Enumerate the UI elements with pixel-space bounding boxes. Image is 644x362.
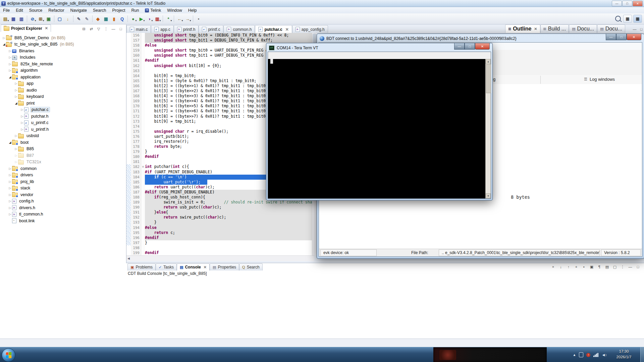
tree-item-B87[interactable]: ▷B87 xyxy=(14,152,35,159)
editor-tab-printf.c[interactable]: printf.c xyxy=(199,25,223,33)
tree-item-boot[interactable]: ◢boot xyxy=(8,139,30,145)
bdt-tab-log-windows[interactable]: ☰Log windows xyxy=(584,77,615,82)
tab-project-explorer[interactable]: Project Explorer✕ xyxy=(1,24,51,32)
expand-icon[interactable]: ◢ xyxy=(8,141,12,144)
build-active-icon[interactable]: ▣ xyxy=(45,15,52,22)
expand-icon[interactable]: ◢ xyxy=(8,75,12,79)
editor-horizontal-scrollbar[interactable]: ◀ xyxy=(126,255,314,261)
scroll-to-top-icon[interactable]: ↑ xyxy=(566,264,571,269)
menu-window[interactable]: Window xyxy=(164,7,185,13)
tree-item-u_printf.h[interactable]: ▷u_printf.h xyxy=(20,126,50,132)
run-icon[interactable]: ▶▼ xyxy=(138,15,145,22)
tree-item-proj_lib[interactable]: ▷proj_lib xyxy=(8,178,35,185)
tree-item-drivers.h[interactable]: ▷drivers.h xyxy=(8,204,36,211)
collapse-icon[interactable]: ▷ xyxy=(20,128,24,131)
open-console-icon[interactable]: ▢ xyxy=(612,264,618,269)
search-icon[interactable] xyxy=(614,15,622,22)
tt-maximize-button[interactable]: □ xyxy=(465,43,475,50)
close-button[interactable]: ✕ xyxy=(633,1,643,6)
security-icon[interactable]: ! xyxy=(586,353,590,357)
profile-icon[interactable]: ◑▼ xyxy=(146,15,153,22)
tab-Docu[interactable]: ▤Docu... xyxy=(569,24,597,33)
tree-item-app[interactable]: ▷app xyxy=(14,80,35,87)
editor-tab-app_config.h[interactable]: app_config.h xyxy=(292,25,328,33)
tree-item-stack[interactable]: ▷stack xyxy=(8,185,31,191)
tree-item-vendor[interactable]: ▷vendor xyxy=(8,191,34,198)
editor-tab-common.h[interactable]: common.h xyxy=(223,25,255,33)
word-wrap-icon[interactable]: ¶ xyxy=(597,264,602,269)
bdt-titlebar[interactable]: BDT connect to 1:usb#vid_248a&pid_826a#7… xyxy=(319,35,642,42)
hidden-icons-chevron[interactable]: ▲ xyxy=(573,353,576,357)
tab-Docu[interactable]: ▤Docu... xyxy=(597,24,625,33)
collapse-icon[interactable]: ▷ xyxy=(8,49,12,53)
link-with-editor-icon[interactable]: ⇄ xyxy=(89,26,94,32)
tree-item-u_printf.c[interactable]: ▷u_printf.c xyxy=(20,120,49,126)
maximize-icon[interactable]: □ xyxy=(635,264,641,269)
pin-editor-icon[interactable]: ▪ xyxy=(195,15,202,22)
build-all-icon[interactable]: ⊞▼ xyxy=(37,15,44,22)
menu-run[interactable]: Run xyxy=(128,7,142,13)
tree-item-common[interactable]: ▷common xyxy=(8,165,38,172)
collapse-icon[interactable]: ▷ xyxy=(14,160,18,164)
collapse-icon[interactable]: ▷ xyxy=(8,62,12,66)
terminal-screen[interactable] xyxy=(268,59,486,198)
tree-item-TC321x[interactable]: ▷TC321x xyxy=(14,159,42,165)
tree-item-B85[interactable]: ▷B85 xyxy=(14,146,35,152)
show-desktop-button[interactable] xyxy=(640,347,644,362)
collapse-icon[interactable]: ▷ xyxy=(8,173,12,177)
collapse-icon[interactable]: ▷ xyxy=(20,121,24,124)
bdt-minimize-button[interactable]: — xyxy=(606,34,616,40)
minimize-icon[interactable]: — xyxy=(628,264,633,269)
tree-item-usbstd[interactable]: ▷usbstd xyxy=(14,133,40,139)
tab-problems[interactable]: ▣Problems xyxy=(127,263,156,270)
coverage-icon[interactable]: ▥▼ xyxy=(154,15,161,22)
collapse-icon[interactable]: ▷ xyxy=(8,213,12,216)
editor-tab-putchar.c[interactable]: putchar.c✕ xyxy=(255,25,292,33)
tt-minimize-button[interactable]: — xyxy=(454,43,465,50)
menu-search[interactable]: Search xyxy=(90,7,109,13)
maximize-icon[interactable]: □ xyxy=(639,26,644,32)
collapse-icon[interactable]: ▷ xyxy=(20,108,24,111)
collapse-icon[interactable]: ▷ xyxy=(8,180,12,183)
burn-tool-icon[interactable]: ◆ xyxy=(94,15,102,22)
new-console-icon[interactable]: + xyxy=(574,264,579,269)
menu-source[interactable]: Source xyxy=(26,7,46,13)
tree-item-putchar.h[interactable]: ▷putchar.h xyxy=(20,113,49,119)
editor-tab-app.c[interactable]: app.c xyxy=(151,25,173,33)
editor-tab-main.c[interactable]: main.c xyxy=(126,25,151,33)
maximize-button[interactable]: □ xyxy=(622,1,632,6)
menu-navigate[interactable]: Navigate xyxy=(67,7,90,13)
start-button[interactable] xyxy=(2,348,15,362)
new-file-icon[interactable]: ▤▼ xyxy=(2,15,9,22)
skip-breakpoints-icon[interactable]: ⊘▼ xyxy=(29,15,36,22)
display-selected-icon[interactable]: ▤ xyxy=(604,264,610,269)
view-menu-icon[interactable]: ⋮ xyxy=(103,26,109,32)
memory-view-icon[interactable]: ▦ xyxy=(102,15,110,22)
tree-item-config.h[interactable]: ▷config.h xyxy=(8,198,35,204)
view-menu-icon[interactable]: ⋮ xyxy=(620,264,625,269)
bdt-maximize-button[interactable]: □ xyxy=(616,34,627,40)
menu-project[interactable]: Project xyxy=(109,7,128,13)
save-all-icon[interactable]: ▥ xyxy=(18,15,25,22)
show-on-change-icon[interactable]: ▣ xyxy=(589,264,594,269)
tab-search[interactable]: QSearch xyxy=(239,263,263,270)
close-icon[interactable]: ✕ xyxy=(204,265,207,269)
collapse-icon[interactable]: ▷ xyxy=(8,186,12,190)
collapse-icon[interactable]: ▷ xyxy=(8,69,12,72)
menu-refactor[interactable]: Refactor xyxy=(45,7,67,13)
flash-download-icon[interactable]: ↓ xyxy=(64,15,71,22)
tab-properties[interactable]: ▤Properties xyxy=(210,263,239,270)
collapse-icon[interactable]: ▷ xyxy=(8,199,12,203)
save-icon[interactable]: ▦ xyxy=(10,15,17,22)
minimize-icon[interactable]: — xyxy=(111,26,116,32)
open-console-icon[interactable]: ▢ xyxy=(56,15,63,22)
stall-tool-icon[interactable]: ▮ xyxy=(110,15,118,22)
usb-icon[interactable] xyxy=(579,352,583,357)
volume-icon[interactable]: ◄) xyxy=(601,353,606,357)
open-perspective-button[interactable]: ▦ xyxy=(623,15,632,23)
clear-console-icon[interactable]: × xyxy=(550,264,556,269)
terminal-scrollbar[interactable]: ▲ ▼ xyxy=(485,59,491,198)
collapse-icon[interactable]: ▷ xyxy=(14,154,18,157)
search-pc-icon[interactable]: Q xyxy=(118,15,126,22)
close-icon[interactable]: ✕ xyxy=(45,26,48,31)
